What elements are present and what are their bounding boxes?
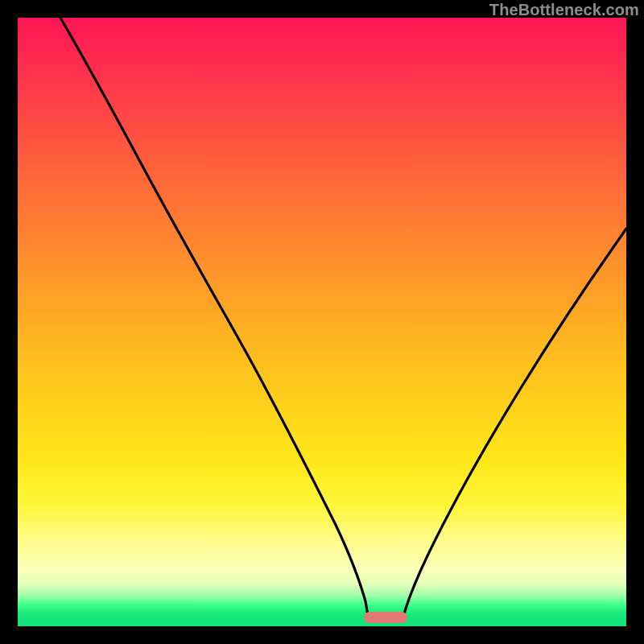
curve-left-branch <box>60 18 369 620</box>
watermark-text: TheBottleneck.com <box>489 1 639 19</box>
chart-frame: TheBottleneck.com <box>0 0 644 644</box>
bottleneck-curve <box>18 18 626 626</box>
plot-area <box>18 18 626 626</box>
optimal-marker-pill <box>364 612 407 623</box>
curve-right-branch <box>402 229 626 620</box>
